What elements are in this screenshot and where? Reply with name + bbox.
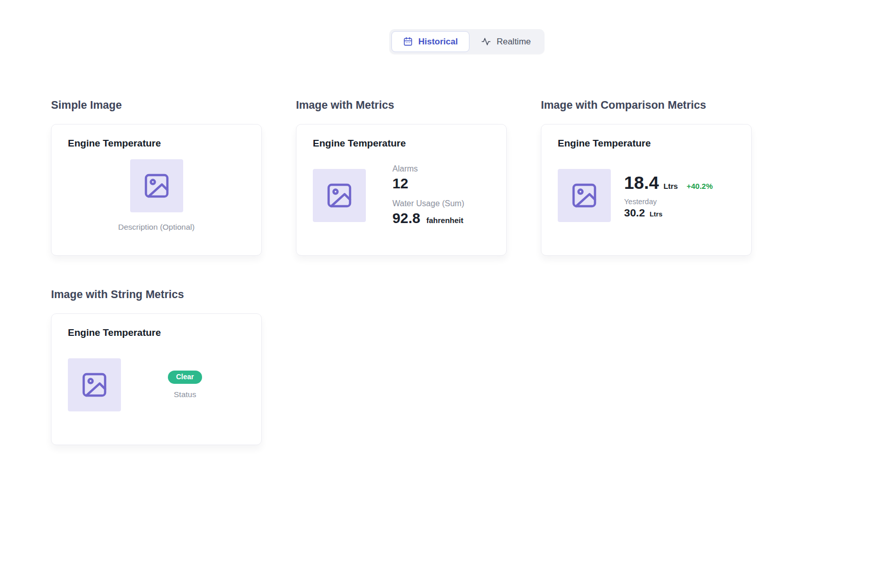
image-icon bbox=[80, 371, 109, 399]
activity-pulse-icon bbox=[481, 37, 491, 46]
metric-label: Alarms bbox=[392, 164, 464, 174]
tab-realtime[interactable]: Realtime bbox=[469, 31, 542, 52]
comparison-metric-row: 30.2 Ltrs bbox=[624, 207, 713, 219]
card-body: Alarms 12 Water Usage (Sum) 92.8 fahrenh… bbox=[313, 149, 490, 242]
comparison-label: Yesterday bbox=[624, 198, 713, 206]
metric-label: Water Usage (Sum) bbox=[392, 199, 464, 208]
current-metric-row: 18.4 Ltrs +40.2% bbox=[624, 173, 713, 193]
current-unit: Ltrs bbox=[663, 182, 678, 190]
metric-number: 92.8 bbox=[392, 210, 420, 227]
image-icon bbox=[142, 172, 171, 200]
image-icon bbox=[325, 181, 354, 210]
card-title: Engine Temperature bbox=[68, 327, 245, 338]
calendar-icon bbox=[403, 37, 413, 46]
metric-value: 12 bbox=[392, 176, 464, 192]
image-with-metrics-card[interactable]: Engine Temperature Alarms bbox=[296, 124, 507, 256]
metrics-stack: Alarms 12 Water Usage (Sum) 92.8 fahrenh… bbox=[392, 164, 464, 227]
status-label: Status bbox=[174, 390, 196, 399]
comparison-unit: Ltrs bbox=[650, 210, 663, 218]
mode-toggle: Historical Realtime bbox=[389, 29, 545, 54]
image-with-string-metrics-card[interactable]: Engine Temperature Clear St bbox=[51, 313, 262, 445]
section-image-with-string-metrics: Image with String Metrics Engine Tempera… bbox=[51, 288, 262, 445]
image-placeholder bbox=[68, 358, 121, 411]
status-badge: Clear bbox=[168, 371, 202, 384]
section-heading-simple-image: Simple Image bbox=[51, 99, 262, 112]
metric-value: 92.8 fahrenheit bbox=[392, 210, 464, 227]
metric-unit: fahrenheit bbox=[427, 216, 464, 225]
tab-historical-label: Historical bbox=[418, 37, 458, 47]
simple-image-card[interactable]: Engine Temperature Description (Optional… bbox=[51, 124, 262, 256]
card-body: Clear Status bbox=[68, 338, 245, 431]
image-placeholder bbox=[130, 159, 183, 212]
image-description: Description (Optional) bbox=[118, 223, 195, 232]
image-with-comparison-metrics-card[interactable]: Engine Temperature 18.4 bbox=[541, 124, 752, 256]
card-title: Engine Temperature bbox=[68, 138, 245, 149]
section-heading-image-with-comparison-metrics: Image with Comparison Metrics bbox=[541, 99, 752, 112]
widget-gallery-page: Historical Realtime Simple Image Engine … bbox=[0, 0, 893, 588]
card-title: Engine Temperature bbox=[313, 138, 490, 149]
comparison-metrics-stack: 18.4 Ltrs +40.2% Yesterday 30.2 Ltrs bbox=[624, 173, 713, 219]
current-value: 18.4 bbox=[624, 173, 659, 193]
card-body: Description (Optional) bbox=[68, 149, 245, 242]
metric-number: 12 bbox=[392, 176, 408, 192]
section-heading-image-with-string-metrics: Image with String Metrics bbox=[51, 288, 262, 301]
widget-sections-grid: Simple Image Engine Temperature Descr bbox=[51, 99, 842, 445]
string-metric-stack: Clear Status bbox=[168, 371, 202, 399]
section-image-with-metrics: Image with Metrics Engine Temperature bbox=[296, 99, 507, 256]
section-image-with-comparison-metrics: Image with Comparison Metrics Engine Tem… bbox=[541, 99, 752, 256]
section-heading-image-with-metrics: Image with Metrics bbox=[296, 99, 507, 112]
image-icon bbox=[570, 181, 599, 210]
comparison-value: 30.2 bbox=[624, 207, 645, 219]
card-body: 18.4 Ltrs +40.2% Yesterday 30.2 Ltrs bbox=[558, 149, 735, 242]
image-placeholder bbox=[313, 169, 366, 222]
image-placeholder bbox=[558, 169, 611, 222]
mode-toggle-wrap: Historical Realtime bbox=[0, 0, 893, 54]
card-title: Engine Temperature bbox=[558, 138, 735, 149]
tab-realtime-label: Realtime bbox=[497, 37, 531, 47]
section-simple-image: Simple Image Engine Temperature Descr bbox=[51, 99, 262, 256]
delta-percentage: +40.2% bbox=[686, 182, 712, 190]
tab-historical[interactable]: Historical bbox=[391, 31, 469, 52]
